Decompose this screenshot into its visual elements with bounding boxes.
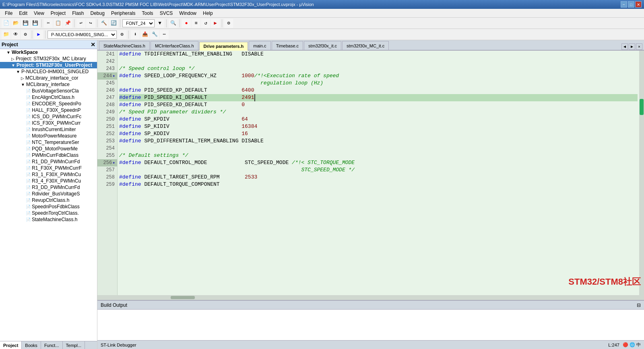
copy-button[interactable]: 📋 [54,19,62,28]
build2-btn[interactable]: ▶ [34,30,43,39]
tab-scroll-right[interactable]: ▶ [629,43,635,50]
font-dropdown[interactable]: FONT_24 [122,19,155,27]
tab-close-all[interactable]: ✕ [636,43,642,50]
save-all-button[interactable]: 💾 [31,19,39,28]
tree-item-file-r3-1[interactable]: 📄R3_1_F30X_PWMnCu [0,171,97,178]
load2-btn[interactable]: 📥 [140,30,149,39]
tree-item-mclibinterface[interactable]: ▼MCLibrary_interface [0,81,97,88]
tree-item-file-pwmcurr[interactable]: 📄PWMnCurrFdbkClass [0,152,97,158]
tab-mcinterfaceclass[interactable]: MCInterfaceClass.h [151,41,198,50]
tree-item-file-inrush[interactable]: 📄InrushCurrentLimiter [0,126,97,133]
open-file-button[interactable]: 📂 [11,19,20,28]
menu-item-flash[interactable]: Flash [69,10,87,17]
tree-icon: 📄 [26,185,31,190]
target-dropdown[interactable]: P-NUCLEO-IHM001_SING... [47,31,117,39]
close-button[interactable]: ✕ [635,1,642,8]
tree-item-file-ntc[interactable]: 📄NTC_TemperatureSer [0,139,97,146]
redo-button[interactable]: ↪ [86,19,95,28]
horizontal-scrollbar[interactable] [97,295,644,300]
debug-reset[interactable]: ↺ [201,19,210,28]
tab-scroll-left[interactable]: ◀ [621,43,628,50]
code-content[interactable]: #define TFDIFFERENTIAL_TERM_ENABLING DIS… [118,51,639,295]
menu-item-project[interactable]: Project [47,10,69,17]
menu-item-edit[interactable]: Edit [16,10,31,17]
tree-label: MCLibrary_interface_cor [25,75,78,81]
scroll-thumb[interactable] [640,99,644,115]
tree-item-file-r1-dd[interactable]: 📄R1_DD_PWMnCurrFd [0,158,97,165]
build-button[interactable]: 🔨 [99,19,108,28]
sidebar-tab-templates[interactable]: Templ... [63,341,85,349]
tree-item-file-rdivider[interactable]: 📄Rdivider_BusVoltageS [0,191,97,197]
code-editor[interactable]: 241242243244◆245246247248249250251252253… [97,51,644,295]
debug-run[interactable]: ▶ [211,19,220,28]
menu-item-svcs[interactable]: SVCS [157,10,176,17]
search-button[interactable]: 🔍 [169,19,178,28]
sidebar-tab-project[interactable]: Project [0,341,22,349]
load-btn[interactable]: ⬇ [131,30,140,39]
tree-item-file-encalign[interactable]: 📄EncAlignCtrlClass.h [0,94,97,101]
line-num-251: 251 [97,123,117,130]
settings2-btn[interactable]: ⚙ [21,30,30,39]
menu-item-window[interactable]: Window [176,10,200,17]
line-num-246: 246 [97,87,117,94]
menu-item-file[interactable]: File [2,10,16,17]
minimize-button[interactable]: − [621,1,627,8]
tree-item-file-revup[interactable]: 📄RevupCtrlClass.h [0,197,97,203]
tab-statemachineclass[interactable]: StateMachineClass.h [99,41,150,50]
save-button[interactable]: 💾 [21,19,30,28]
tab-mainc[interactable]: main.c [249,41,270,50]
tree-item-file-r3-4[interactable]: 📄R3_4_F30X_PWMnCu [0,178,97,184]
tree-item-file-busvoltage[interactable]: 📄BusVoltageSensorCla [0,88,97,94]
tree-item-mclibinterface-cor[interactable]: ▷MCLibrary_interface_cor [0,75,97,81]
tree-item-file-encoder[interactable]: 📄ENCODER_SpeednPo [0,101,97,107]
more-btn[interactable]: ⋯ [160,30,169,39]
sidebar-close-btn[interactable]: ✕ [91,41,95,48]
sep-7 [222,19,222,27]
menu-item-debug[interactable]: Debug [87,10,108,17]
view-btn[interactable]: 👁 [11,30,20,39]
toolbar-1: 📄 📂 💾 💾 ✂ 📋 📌 ↩ ↪ 🔨 🔄 FONT_24 ▼ 🔍 ● ■ ↺ … [0,18,644,29]
undo-button[interactable]: ↩ [76,19,85,28]
paste-button[interactable]: 📌 [63,19,72,28]
editor-scrollbar[interactable] [639,51,644,295]
debug-stop[interactable]: ■ [192,19,200,28]
tab-stm32f30x-mc-it[interactable]: stm32f30x_MC_it.c [342,41,389,50]
tree-item-proj-user[interactable]: ▼Project: STM32F30x_UserProject [0,62,97,68]
menu-item-help[interactable]: Help [200,10,216,17]
tree-item-p-nucleo[interactable]: ▼P-NUCLEO-IHM001_SINGLED [0,68,97,75]
debug-start[interactable]: ● [182,19,191,28]
dropdown-expand[interactable]: ▼ [155,19,164,28]
build-output-dock-btn[interactable]: ⊟ [637,302,641,308]
maximize-button[interactable]: □ [628,1,634,8]
tree-item-file-pqd[interactable]: 📄PQD_MotorPowerMe [0,146,97,152]
settings-button[interactable]: ⚙ [224,19,233,28]
rebuild-button[interactable]: 🔄 [109,19,118,28]
tree-icon: 📄 [26,179,31,183]
tab-timebasec[interactable]: Timebase.c [272,41,303,50]
tree-item-file-hall[interactable]: 📄HALL_F30X_SpeednP [0,107,97,113]
tree-item-file-r1-f30x[interactable]: 📄R1_F30X_PWMnCurrF [0,165,97,171]
sidebar-header: Project ✕ [0,40,97,49]
tab-stm32f30x-it[interactable]: stm32f30x_it.c [304,41,341,50]
sidebar-tab-books[interactable]: Books [22,341,41,349]
tree-item-file-speedpos[interactable]: 📄SpeednPosFdbkClass [0,203,97,210]
new-file-button[interactable]: 📄 [2,19,10,28]
project-open-btn[interactable]: 📁 [2,30,10,39]
tree-item-proj-library[interactable]: ▷Project: STM32F30x_MC Library [0,55,97,62]
tree-item-file-statemachine[interactable]: 📄StateMachineClass.h [0,216,97,223]
menu-item-tools[interactable]: Tools [139,10,157,17]
menu-item-peripherals[interactable]: Peripherals [108,10,139,17]
tree-item-file-r3-dd[interactable]: 📄R3_DD_PWMnCurrFd [0,184,97,191]
tree-item-file-speedtorq[interactable]: 📄SpeednTorqCtrlClass. [0,210,97,216]
target-settings-btn[interactable]: ⚙ [118,30,126,39]
tree-item-file-motor[interactable]: 📄MotorPowerMeasure [0,133,97,139]
cut-button[interactable]: ✂ [44,19,53,28]
tree-item-file-ics-dd[interactable]: 📄ICS_DD_PWMnCurrFc [0,113,97,120]
sidebar-tab-functions[interactable]: Funct... [41,341,63,349]
tree-item-workspace[interactable]: ▼WorkSpace [0,49,97,55]
menu-item-view[interactable]: View [31,10,47,17]
debug-config-btn[interactable]: 🔧 [150,30,159,39]
tab-driveparams[interactable]: Drive parameters.h [199,42,248,51]
h-scroll-thumb[interactable] [171,296,195,299]
tree-item-file-ics-f30x[interactable]: 📄ICS_F30X_PWMnCurr [0,120,97,126]
